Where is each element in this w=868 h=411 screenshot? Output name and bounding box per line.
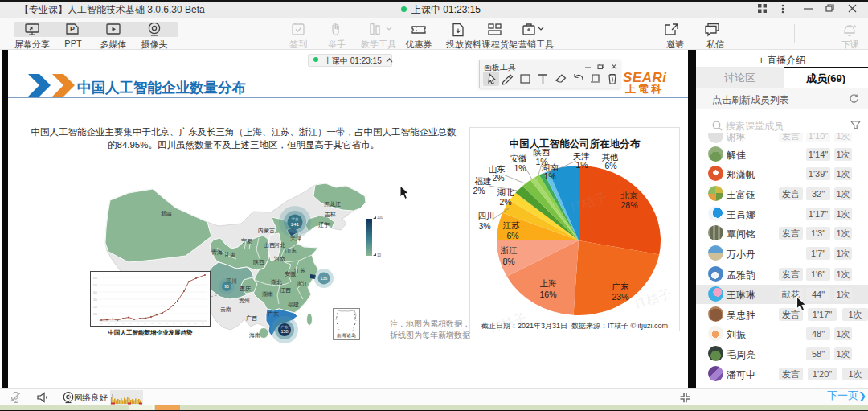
svg-text:3%: 3% xyxy=(478,221,490,231)
svg-text:2%: 2% xyxy=(473,186,485,195)
svg-text:10: 10 xyxy=(377,253,382,257)
svg-text:2%: 2% xyxy=(499,197,511,207)
svg-text:青海: 青海 xyxy=(211,249,223,256)
svg-text:600: 600 xyxy=(93,277,97,280)
svg-text:吉林: 吉林 xyxy=(325,212,336,218)
svg-text:16%: 16% xyxy=(539,290,556,299)
svg-text:甘肃: 甘肃 xyxy=(223,252,235,257)
svg-text:陕西: 陕西 xyxy=(534,147,551,157)
svg-text:湖南: 湖南 xyxy=(262,291,273,297)
svg-text:500: 500 xyxy=(93,284,97,287)
svg-text:江苏: 江苏 xyxy=(503,220,521,230)
svg-text:陕西: 陕西 xyxy=(253,259,264,265)
svg-text:200: 200 xyxy=(93,306,97,309)
svg-text:241: 241 xyxy=(291,222,300,227)
svg-text:宁夏: 宁夏 xyxy=(241,238,252,245)
svg-text:新疆: 新疆 xyxy=(161,210,172,217)
svg-text:P: P xyxy=(70,25,75,33)
svg-text:海南: 海南 xyxy=(249,332,260,339)
svg-text:8%: 8% xyxy=(502,257,514,266)
svg-text:重庆: 重庆 xyxy=(240,286,251,291)
svg-text:福建: 福建 xyxy=(475,176,492,186)
svg-text:贵州: 贵州 xyxy=(239,298,250,304)
svg-text:300: 300 xyxy=(93,298,97,302)
svg-text:23%: 23% xyxy=(612,292,628,302)
svg-text:安徽: 安徽 xyxy=(510,154,528,163)
svg-text:1%: 1% xyxy=(543,171,555,181)
svg-text:山东: 山东 xyxy=(285,248,297,253)
svg-text:辽宁: 辽宁 xyxy=(318,221,330,228)
svg-text:湖北: 湖北 xyxy=(497,187,515,197)
svg-text:江西: 江西 xyxy=(280,287,291,294)
svg-text:广东: 广东 xyxy=(612,282,629,291)
svg-text:云南: 云南 xyxy=(220,306,231,312)
svg-text:江苏: 江苏 xyxy=(294,268,305,274)
svg-text:1%: 1% xyxy=(575,160,588,170)
svg-text:四川: 四川 xyxy=(478,211,495,220)
svg-text:北京: 北京 xyxy=(620,191,639,200)
svg-text:福建: 福建 xyxy=(288,302,299,308)
svg-text:6%: 6% xyxy=(506,231,518,240)
svg-text:内蒙古: 内蒙古 xyxy=(258,228,275,234)
svg-text:100: 100 xyxy=(377,216,383,220)
svg-text:广西: 广西 xyxy=(246,315,257,322)
svg-text:浙江: 浙江 xyxy=(297,281,308,287)
svg-text:95: 95 xyxy=(224,284,229,289)
svg-text:河北: 河北 xyxy=(273,242,285,249)
svg-text:黑龙江: 黑龙江 xyxy=(324,201,341,208)
svg-text:河南: 河南 xyxy=(273,256,285,262)
svg-text:北京: 北京 xyxy=(292,217,300,221)
svg-text:山西: 山西 xyxy=(264,242,275,249)
svg-text:28%: 28% xyxy=(620,200,637,210)
svg-text:400: 400 xyxy=(93,291,97,294)
svg-text:136: 136 xyxy=(321,276,328,281)
svg-text:2%: 2% xyxy=(492,173,504,183)
svg-text:湖北: 湖北 xyxy=(271,279,282,286)
svg-text:100: 100 xyxy=(93,313,97,316)
svg-text:广东: 广东 xyxy=(268,311,279,317)
svg-text:6%: 6% xyxy=(604,161,616,171)
svg-text:上海: 上海 xyxy=(540,278,558,288)
svg-text:1%: 1% xyxy=(514,163,526,173)
svg-text:158: 158 xyxy=(280,329,288,334)
svg-text:浙江: 浙江 xyxy=(501,245,518,255)
